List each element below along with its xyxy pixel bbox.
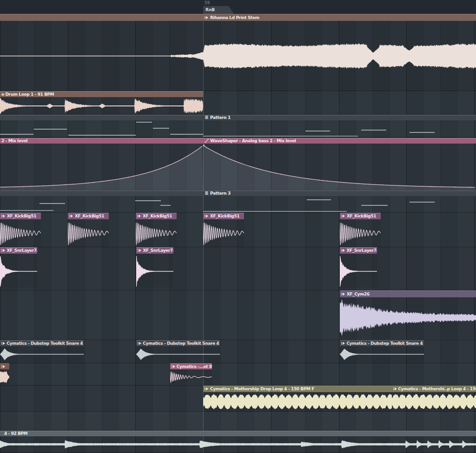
audio-clip-snare-3-header[interactable]: XF_SnrLayer74: [340, 247, 377, 254]
audio-clip-dubstep-snare-1-header[interactable]: Cymatics - Dubstep Toolkit Snare 4 - E: [0, 340, 84, 346]
marker-tab[interactable]: RnB Moment: [203, 6, 234, 14]
pattern-clip-left-3-header[interactable]: [0, 190, 203, 196]
pattern-note: [305, 131, 330, 131]
audio-clip-rihanna-stem-header[interactable]: Rihanna Ld Print Stem: [203, 14, 476, 21]
clip-play-icon: [205, 214, 209, 218]
audio-clip-kick-1[interactable]: XF_KickBig51: [0, 213, 41, 247]
audio-clip-dubstep-snare-1[interactable]: Cymatics - Dubstep Toolkit Snare 4 - E: [0, 340, 84, 362]
clip-play-icon: [1, 341, 5, 346]
audio-clip-snare-1-header[interactable]: XF_SnrLayer74: [0, 247, 37, 254]
timeline-ruler[interactable]: 59 RnB Moment: [0, 0, 476, 14]
clip-label: Pattern 3: [210, 191, 231, 196]
automation-clip-mix-left[interactable]: 2 - Mix level: [0, 138, 203, 190]
audio-clip-mothership-1-header[interactable]: Cymatics - Mothership Drop Loop 4 - 150 …: [203, 386, 392, 392]
audio-clip-snare-3[interactable]: XF_SnrLayer74: [340, 247, 377, 288]
audio-clip-cymbal-body[interactable]: [340, 297, 476, 339]
audio-clip-bottom-loop-header[interactable]: 4 - 92 BPM: [0, 431, 476, 436]
audio-clip-dubstep-snare-2-header[interactable]: Cymatics - Dubstep Toolkit Snare 4 - E: [136, 340, 220, 346]
automation-clip-waveshaper-header[interactable]: WaveShaper - Analog bass 2 - Mix level: [203, 138, 476, 144]
pattern-note: [34, 129, 67, 130]
audio-clip-snare-3-body[interactable]: [340, 254, 377, 288]
audio-clip-kick-1-header[interactable]: XF_KickBig51: [0, 213, 41, 219]
audio-clip-stem-left-header[interactable]: [0, 14, 203, 21]
clip-play-icon: [205, 15, 209, 20]
pattern-clip-1-body[interactable]: [203, 120, 476, 138]
playlist: 59 RnB Moment Rihanna Ld Print Stemo Dru…: [0, 0, 476, 453]
pattern-clip-1-header[interactable]: Pattern 1: [203, 115, 476, 120]
audio-clip-kick-4-header[interactable]: XF_KickBig51: [203, 213, 244, 219]
audio-clip-snare-2[interactable]: XF_SnrLayer74: [136, 247, 173, 288]
pattern-clip-3[interactable]: Pattern 3: [203, 190, 476, 212]
pattern-clip-1[interactable]: Pattern 1: [203, 115, 476, 138]
pattern-clip-3-body[interactable]: [203, 196, 476, 212]
audio-clip-dubstep-snare-2[interactable]: Cymatics - Dubstep Toolkit Snare 4 - E: [136, 340, 220, 362]
audio-clip-kick-5-header[interactable]: XF_KickBig51: [340, 213, 381, 219]
bar-number-label: 59: [205, 0, 210, 5]
clip-label: o Drum Loop 1 - 91 BPM: [1, 92, 54, 97]
pattern-clip-3-header[interactable]: Pattern 3: [203, 190, 476, 196]
audio-clip-kick-5-body[interactable]: [340, 219, 381, 247]
clip-play-icon: [205, 387, 209, 391]
audio-clip-ot8[interactable]: Cymatics -...ot 8 - F: [170, 363, 212, 385]
audio-clip-dubstep-snare-1-body[interactable]: [0, 346, 84, 362]
audio-clip-snare-1-body[interactable]: [0, 254, 37, 288]
pattern-note: [361, 130, 386, 131]
audio-clip-kick-3[interactable]: XF_KickBig51: [136, 213, 177, 247]
audio-clip-kick-1-body[interactable]: [0, 219, 41, 247]
audio-clip-drum-loop[interactable]: o Drum Loop 1 - 91 BPM: [0, 91, 203, 115]
pattern-note: [0, 210, 53, 211]
audio-clip-tiny-body[interactable]: [0, 369, 9, 385]
audio-clip-rihanna-stem[interactable]: Rihanna Ld Print Stem: [203, 14, 476, 91]
audio-clip-kick-5[interactable]: XF_KickBig51: [340, 213, 381, 247]
audio-clip-rihanna-stem-body[interactable]: [203, 21, 476, 91]
audio-clip-cymbal-header[interactable]: XF_Cym26: [340, 290, 476, 297]
audio-clip-kick-2-body[interactable]: [68, 219, 109, 247]
automation-clip-mix-left-header[interactable]: 2 - Mix level: [0, 138, 203, 144]
audio-clip-snare-1[interactable]: XF_SnrLayer74: [0, 247, 37, 288]
automation-clip-mix-left-body[interactable]: [0, 144, 203, 190]
audio-clip-dubstep-snare-3-body[interactable]: [340, 346, 424, 362]
audio-clip-snare-2-header[interactable]: XF_SnrLayer74: [136, 247, 173, 254]
audio-clip-drum-loop-body[interactable]: [0, 97, 203, 115]
audio-clip-dubstep-snare-3-header[interactable]: Cymatics - Dubstep Toolkit Snare 4 - E: [340, 340, 424, 346]
clip-play-icon: [1, 364, 6, 369]
audio-clip-tiny-header[interactable]: [0, 363, 9, 369]
pattern-clip-left-1-header[interactable]: [0, 115, 203, 120]
audio-clip-ot8-header[interactable]: Cymatics -...ot 8 - F: [170, 363, 212, 369]
audio-clip-bottom-loop-body[interactable]: [0, 436, 476, 453]
clip-label: XF_KickBig51: [143, 214, 172, 218]
automation-clip-waveshaper[interactable]: WaveShaper - Analog bass 2 - Mix level: [203, 138, 476, 190]
audio-clip-kick-3-header[interactable]: XF_KickBig51: [136, 213, 177, 219]
audio-clip-tiny[interactable]: [0, 363, 9, 385]
audio-clip-dubstep-snare-3[interactable]: Cymatics - Dubstep Toolkit Snare 4 - E: [340, 340, 424, 362]
pattern-note: [410, 132, 435, 133]
audio-clip-drum-loop-header[interactable]: o Drum Loop 1 - 91 BPM: [0, 91, 203, 97]
audio-clip-kick-4-body[interactable]: [203, 219, 244, 247]
clip-label: Rihanna Ld Print Stem: [210, 15, 259, 20]
audio-clip-bottom-loop[interactable]: 4 - 92 BPM: [0, 431, 476, 453]
audio-clip-kick-2[interactable]: XF_KickBig51: [68, 213, 109, 247]
clip-label: 4 - 92 BPM: [4, 431, 27, 436]
clip-label: Pattern 1: [210, 115, 231, 120]
audio-clip-stem-left[interactable]: [0, 14, 203, 91]
audio-clip-mothership-1[interactable]: Cymatics - Mothership Drop Loop 4 - 150 …: [203, 386, 392, 411]
audio-clip-mothership-2-body[interactable]: [392, 392, 476, 411]
audio-clip-mothership-2-header[interactable]: Cymatics - Mothershi..p Loop 4 - 150 BPM…: [392, 386, 476, 392]
audio-clip-kick-2-header[interactable]: XF_KickBig51: [68, 213, 109, 219]
pattern-clip-left-3[interactable]: [0, 190, 203, 212]
audio-clip-mothership-2[interactable]: Cymatics - Mothershi..p Loop 4 - 150 BPM…: [392, 386, 476, 411]
clip-label: Cymatics - Dubstep Toolkit Snare 4 - E: [346, 341, 424, 346]
audio-clip-cymbal[interactable]: XF_Cym26: [340, 290, 476, 339]
clip-label: Cymatics - Dubstep Toolkit Snare 4 - E: [7, 341, 84, 346]
audio-clip-ot8-body[interactable]: [170, 369, 212, 385]
pattern-note: [410, 202, 435, 203]
audio-clip-kick-3-body[interactable]: [136, 219, 177, 247]
audio-clip-mothership-1-body[interactable]: [203, 392, 392, 411]
audio-clip-dubstep-snare-2-body[interactable]: [136, 346, 220, 362]
audio-clip-stem-left-body[interactable]: [0, 21, 203, 91]
clip-label: XF_SnrLayer74: [346, 248, 377, 253]
audio-clip-kick-4[interactable]: XF_KickBig51: [203, 213, 244, 247]
automation-clip-waveshaper-body[interactable]: [203, 144, 476, 190]
audio-clip-snare-2-body[interactable]: [136, 254, 173, 288]
clip-label: XF_KickBig51: [7, 214, 36, 218]
